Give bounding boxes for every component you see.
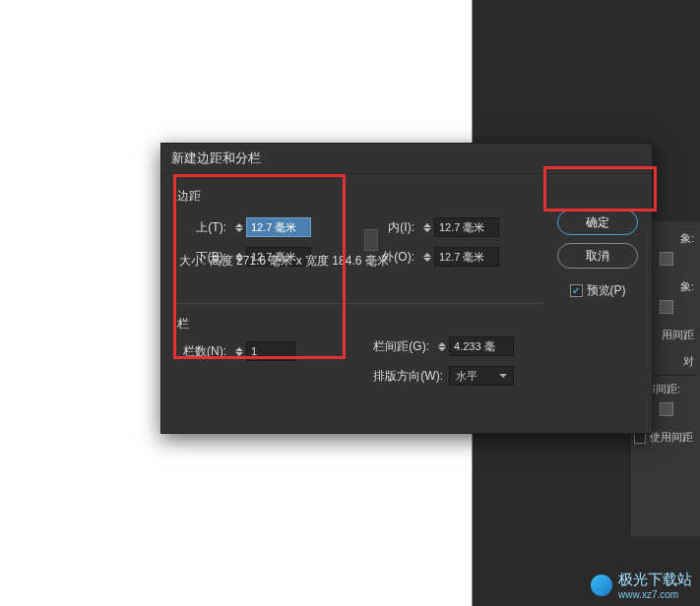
align-icon[interactable] [660, 252, 673, 266]
stepper-arrows-icon[interactable] [420, 246, 434, 268]
column-count-label: 栏数(N): [177, 343, 232, 360]
inside-margin-spinner[interactable]: 12.7 毫米 [420, 216, 499, 238]
ok-button[interactable]: 确定 [557, 210, 638, 235]
dist-icon[interactable] [660, 402, 673, 416]
gutter-label: 栏间距(G): [368, 338, 435, 355]
outside-margin-input[interactable]: 12.7 毫米 [434, 247, 499, 267]
cancel-button-label: 取消 [586, 248, 609, 265]
top-margin-spinner[interactable]: 12.7 毫米 [232, 216, 311, 238]
margin-section-label: 边距 [177, 188, 636, 205]
distribute-icon[interactable] [660, 300, 673, 314]
columns-section-label: 栏 [177, 316, 295, 333]
inside-margin-input[interactable]: 12.7 毫米 [434, 217, 499, 237]
use-spacing2-label: 使用间距 [650, 430, 693, 445]
direction-label: 排版方向(W): [368, 368, 449, 385]
gutter-input[interactable]: 4.233 毫 [449, 336, 514, 356]
outside-margin-spinner[interactable]: 12.7 毫米 [420, 246, 499, 268]
watermark-text: 极光下载站 [618, 571, 692, 589]
stepper-arrows-icon[interactable] [435, 335, 449, 357]
top-margin-label: 上(T): [177, 219, 232, 236]
top-margin-input[interactable]: 12.7 毫米 [246, 217, 311, 237]
gutter-spinner[interactable]: 4.233 毫 [435, 335, 514, 357]
cancel-button[interactable]: 取消 [557, 243, 638, 269]
size-readout: 大小: 高度 271.6 毫米 x 宽度 184.6 毫米 [179, 253, 389, 270]
stepper-arrows-icon[interactable] [420, 216, 434, 238]
watermark: 极光下载站 www.xz7.com [591, 571, 692, 600]
new-margins-dialog: 新建边距和分栏 边距 上(T): 12.7 毫米 下(B): 12.7 毫米 [160, 143, 653, 434]
column-count-spinner[interactable]: 1 [232, 340, 295, 362]
direction-select[interactable]: 水平 [449, 366, 514, 386]
preview-label: 预览(P) [587, 282, 626, 299]
column-count-input[interactable]: 1 [246, 341, 295, 361]
preview-checkbox-row[interactable]: ✔ 预览(P) [570, 282, 626, 299]
checkbox-checked-icon: ✔ [570, 284, 583, 297]
direction-value: 水平 [456, 369, 477, 384]
stepper-arrows-icon[interactable] [232, 340, 246, 362]
chevron-down-icon [499, 374, 507, 378]
watermark-url: www.xz7.com [618, 589, 692, 600]
dialog-divider [173, 303, 543, 304]
ok-button-label: 确定 [586, 214, 609, 231]
dialog-title: 新建边距和分栏 [161, 144, 652, 174]
watermark-logo-icon [591, 575, 612, 596]
stepper-arrows-icon[interactable] [232, 216, 246, 238]
link-margins-icon[interactable] [364, 229, 378, 251]
